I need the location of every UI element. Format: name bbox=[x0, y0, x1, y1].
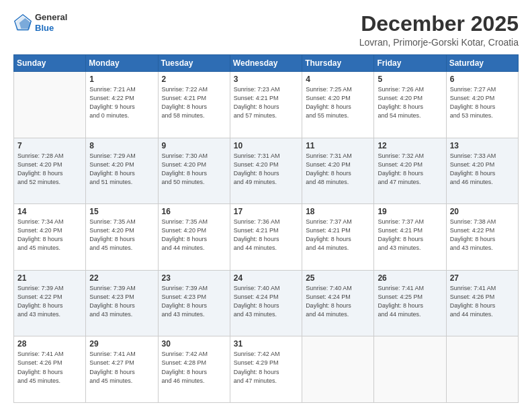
day-number: 24 bbox=[234, 273, 298, 283]
logo-blue: Blue bbox=[35, 23, 67, 34]
calendar-cell: 17Sunrise: 7:36 AM Sunset: 4:21 PM Dayli… bbox=[230, 204, 302, 271]
calendar-cell: 9Sunrise: 7:30 AM Sunset: 4:20 PM Daylig… bbox=[158, 138, 230, 204]
day-number: 6 bbox=[450, 75, 515, 84]
day-info: Sunrise: 7:23 AM Sunset: 4:21 PM Dayligh… bbox=[234, 85, 298, 120]
day-number: 1 bbox=[89, 75, 154, 84]
col-sunday: Sunday bbox=[14, 55, 86, 72]
day-number: 17 bbox=[234, 207, 298, 216]
day-number: 21 bbox=[17, 273, 82, 283]
header: General Blue December 2025 Lovran, Primo… bbox=[13, 12, 519, 48]
col-monday: Monday bbox=[86, 55, 158, 72]
col-friday: Friday bbox=[374, 55, 446, 72]
day-number: 4 bbox=[306, 75, 370, 84]
day-info: Sunrise: 7:35 AM Sunset: 4:20 PM Dayligh… bbox=[89, 218, 154, 253]
logo-icon bbox=[13, 13, 32, 32]
day-number: 18 bbox=[306, 207, 370, 216]
calendar-cell: 11Sunrise: 7:31 AM Sunset: 4:20 PM Dayli… bbox=[302, 138, 374, 204]
calendar-cell: 29Sunrise: 7:41 AM Sunset: 4:27 PM Dayli… bbox=[86, 336, 158, 403]
day-info: Sunrise: 7:25 AM Sunset: 4:20 PM Dayligh… bbox=[306, 85, 370, 120]
calendar-cell: 1Sunrise: 7:21 AM Sunset: 4:22 PM Daylig… bbox=[86, 72, 158, 138]
day-info: Sunrise: 7:28 AM Sunset: 4:20 PM Dayligh… bbox=[17, 152, 82, 187]
day-number: 15 bbox=[89, 207, 154, 216]
day-number: 11 bbox=[306, 141, 370, 150]
day-number: 9 bbox=[162, 141, 226, 150]
month-title: December 2025 bbox=[359, 12, 519, 36]
calendar-week-2: 7Sunrise: 7:28 AM Sunset: 4:20 PM Daylig… bbox=[14, 138, 519, 204]
calendar-cell: 22Sunrise: 7:39 AM Sunset: 4:23 PM Dayli… bbox=[86, 270, 158, 336]
calendar-cell: 18Sunrise: 7:37 AM Sunset: 4:21 PM Dayli… bbox=[302, 204, 374, 271]
day-number: 16 bbox=[162, 207, 226, 216]
calendar-cell: 14Sunrise: 7:34 AM Sunset: 4:20 PM Dayli… bbox=[14, 204, 86, 271]
day-info: Sunrise: 7:33 AM Sunset: 4:20 PM Dayligh… bbox=[450, 152, 515, 187]
calendar-cell: 2Sunrise: 7:22 AM Sunset: 4:21 PM Daylig… bbox=[158, 72, 230, 138]
calendar-cell: 25Sunrise: 7:40 AM Sunset: 4:24 PM Dayli… bbox=[302, 270, 374, 336]
day-info: Sunrise: 7:35 AM Sunset: 4:20 PM Dayligh… bbox=[162, 218, 226, 253]
calendar-cell: 31Sunrise: 7:42 AM Sunset: 4:29 PM Dayli… bbox=[230, 336, 302, 403]
calendar-cell: 15Sunrise: 7:35 AM Sunset: 4:20 PM Dayli… bbox=[86, 204, 158, 271]
day-number: 5 bbox=[378, 75, 442, 84]
day-info: Sunrise: 7:38 AM Sunset: 4:22 PM Dayligh… bbox=[450, 218, 515, 253]
day-info: Sunrise: 7:40 AM Sunset: 4:24 PM Dayligh… bbox=[234, 284, 298, 319]
day-info: Sunrise: 7:40 AM Sunset: 4:24 PM Dayligh… bbox=[306, 284, 370, 319]
calendar-table: Sunday Monday Tuesday Wednesday Thursday… bbox=[13, 54, 519, 403]
day-info: Sunrise: 7:34 AM Sunset: 4:20 PM Dayligh… bbox=[17, 218, 82, 253]
day-info: Sunrise: 7:42 AM Sunset: 4:29 PM Dayligh… bbox=[234, 350, 298, 385]
calendar-cell: 28Sunrise: 7:41 AM Sunset: 4:26 PM Dayli… bbox=[14, 336, 86, 403]
calendar-cell: 20Sunrise: 7:38 AM Sunset: 4:22 PM Dayli… bbox=[446, 204, 518, 271]
calendar-cell: 7Sunrise: 7:28 AM Sunset: 4:20 PM Daylig… bbox=[14, 138, 86, 204]
calendar-cell: 3Sunrise: 7:23 AM Sunset: 4:21 PM Daylig… bbox=[230, 72, 302, 138]
day-number: 30 bbox=[162, 339, 226, 349]
calendar-cell: 24Sunrise: 7:40 AM Sunset: 4:24 PM Dayli… bbox=[230, 270, 302, 336]
col-saturday: Saturday bbox=[446, 55, 518, 72]
page: General Blue December 2025 Lovran, Primo… bbox=[0, 0, 532, 411]
logo-text: General Blue bbox=[35, 12, 67, 33]
calendar-cell bbox=[374, 336, 446, 403]
day-number: 7 bbox=[17, 141, 82, 150]
day-number: 2 bbox=[162, 75, 226, 84]
col-thursday: Thursday bbox=[302, 55, 374, 72]
day-number: 28 bbox=[17, 339, 82, 349]
day-number: 23 bbox=[162, 273, 226, 283]
calendar-cell: 4Sunrise: 7:25 AM Sunset: 4:20 PM Daylig… bbox=[302, 72, 374, 138]
calendar-cell: 16Sunrise: 7:35 AM Sunset: 4:20 PM Dayli… bbox=[158, 204, 230, 271]
logo: General Blue bbox=[13, 12, 67, 33]
day-info: Sunrise: 7:31 AM Sunset: 4:20 PM Dayligh… bbox=[306, 152, 370, 187]
title-block: December 2025 Lovran, Primorje-Gorski Ko… bbox=[359, 12, 519, 48]
day-number: 10 bbox=[234, 141, 298, 150]
calendar-cell: 12Sunrise: 7:32 AM Sunset: 4:20 PM Dayli… bbox=[374, 138, 446, 204]
day-info: Sunrise: 7:41 AM Sunset: 4:26 PM Dayligh… bbox=[17, 350, 82, 385]
calendar-week-4: 21Sunrise: 7:39 AM Sunset: 4:22 PM Dayli… bbox=[14, 270, 519, 336]
day-info: Sunrise: 7:26 AM Sunset: 4:20 PM Dayligh… bbox=[378, 85, 442, 120]
calendar-week-3: 14Sunrise: 7:34 AM Sunset: 4:20 PM Dayli… bbox=[14, 204, 519, 271]
calendar-cell: 10Sunrise: 7:31 AM Sunset: 4:20 PM Dayli… bbox=[230, 138, 302, 204]
calendar-cell: 30Sunrise: 7:42 AM Sunset: 4:28 PM Dayli… bbox=[158, 336, 230, 403]
calendar-week-1: 1Sunrise: 7:21 AM Sunset: 4:22 PM Daylig… bbox=[14, 72, 519, 138]
calendar-cell bbox=[446, 336, 518, 403]
day-info: Sunrise: 7:21 AM Sunset: 4:22 PM Dayligh… bbox=[89, 85, 154, 120]
header-row: Sunday Monday Tuesday Wednesday Thursday… bbox=[14, 55, 519, 72]
day-info: Sunrise: 7:29 AM Sunset: 4:20 PM Dayligh… bbox=[89, 152, 154, 187]
logo-general: General bbox=[35, 12, 67, 23]
location: Lovran, Primorje-Gorski Kotar, Croatia bbox=[359, 37, 519, 48]
col-wednesday: Wednesday bbox=[230, 55, 302, 72]
day-number: 29 bbox=[89, 339, 154, 349]
day-info: Sunrise: 7:31 AM Sunset: 4:20 PM Dayligh… bbox=[234, 152, 298, 187]
day-info: Sunrise: 7:39 AM Sunset: 4:23 PM Dayligh… bbox=[162, 284, 226, 319]
day-info: Sunrise: 7:32 AM Sunset: 4:20 PM Dayligh… bbox=[378, 152, 442, 187]
day-info: Sunrise: 7:42 AM Sunset: 4:28 PM Dayligh… bbox=[162, 350, 226, 385]
day-info: Sunrise: 7:41 AM Sunset: 4:27 PM Dayligh… bbox=[89, 350, 154, 385]
day-number: 25 bbox=[306, 273, 370, 283]
day-number: 22 bbox=[89, 273, 154, 283]
day-info: Sunrise: 7:36 AM Sunset: 4:21 PM Dayligh… bbox=[234, 218, 298, 253]
day-number: 14 bbox=[17, 207, 82, 216]
day-number: 13 bbox=[450, 141, 515, 150]
day-info: Sunrise: 7:27 AM Sunset: 4:20 PM Dayligh… bbox=[450, 85, 515, 120]
calendar-cell: 27Sunrise: 7:41 AM Sunset: 4:26 PM Dayli… bbox=[446, 270, 518, 336]
day-number: 19 bbox=[378, 207, 442, 216]
calendar-week-5: 28Sunrise: 7:41 AM Sunset: 4:26 PM Dayli… bbox=[14, 336, 519, 403]
calendar-cell: 21Sunrise: 7:39 AM Sunset: 4:22 PM Dayli… bbox=[14, 270, 86, 336]
day-info: Sunrise: 7:37 AM Sunset: 4:21 PM Dayligh… bbox=[378, 218, 442, 253]
day-info: Sunrise: 7:39 AM Sunset: 4:23 PM Dayligh… bbox=[89, 284, 154, 319]
calendar-cell bbox=[14, 72, 86, 138]
day-info: Sunrise: 7:41 AM Sunset: 4:26 PM Dayligh… bbox=[450, 284, 515, 319]
